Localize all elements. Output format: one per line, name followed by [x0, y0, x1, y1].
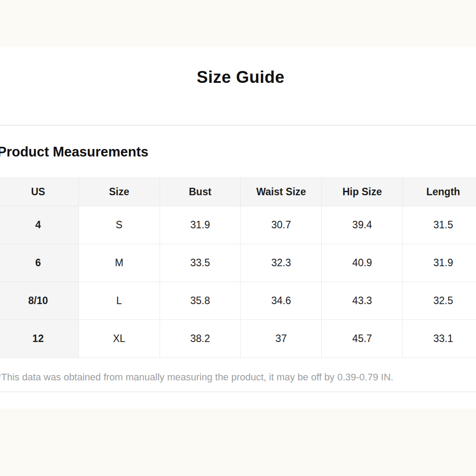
table-body: 4S31.930.739.431.56M33.532.340.931.98/10… [0, 206, 476, 358]
table-cell: 32.3 [241, 244, 322, 282]
table-cell: S [78, 206, 160, 244]
table-header: USSizeBustWaist SizeHip SizeLength [0, 178, 476, 206]
table-cell: M [78, 244, 160, 282]
table-row: 8/10L35.834.643.332.5 [0, 282, 476, 320]
section-heading: Product Measurements [0, 143, 476, 161]
divider-bottom [0, 391, 476, 392]
table-cell: 38.2 [160, 320, 241, 358]
divider-top [0, 125, 476, 126]
size-guide-panel: Size Guide Product Measurements USSizeBu… [0, 47, 476, 392]
table-cell: 31.9 [403, 244, 476, 282]
column-header: Waist Size [241, 178, 322, 206]
row-header-cell: 6 [0, 244, 78, 282]
table-cell: 37 [241, 320, 322, 358]
table-cell: L [78, 282, 160, 320]
table-cell: 33.1 [403, 320, 476, 358]
header-row: USSizeBustWaist SizeHip SizeLength [0, 178, 476, 206]
column-header: Length [403, 178, 476, 206]
table-cell: 45.7 [322, 320, 403, 358]
column-header: Bust [160, 178, 241, 206]
page-title: Size Guide [0, 47, 476, 87]
row-header-cell: 12 [0, 320, 78, 358]
column-header: US [0, 178, 78, 206]
bottom-background-band [0, 409, 476, 476]
footnote: *This data was obtained from manually me… [0, 371, 476, 383]
table-cell: 30.7 [241, 206, 322, 244]
table-row: 12XL38.23745.733.1 [0, 320, 476, 358]
table-cell: 32.5 [403, 282, 476, 320]
column-header: Hip Size [322, 178, 403, 206]
table-cell: 31.9 [160, 206, 241, 244]
measurements-table: USSizeBustWaist SizeHip SizeLength 4S31.… [0, 178, 476, 358]
table-cell: 31.5 [403, 206, 476, 244]
table-row: 6M33.532.340.931.9 [0, 244, 476, 282]
table-cell: 34.6 [241, 282, 322, 320]
table-cell: XL [78, 320, 160, 358]
table-row: 4S31.930.739.431.5 [0, 206, 476, 244]
table-cell: 33.5 [160, 244, 241, 282]
table-cell: 40.9 [322, 244, 403, 282]
row-header-cell: 8/10 [0, 282, 78, 320]
row-header-cell: 4 [0, 206, 78, 244]
table-cell: 35.8 [160, 282, 241, 320]
table-cell: 39.4 [322, 206, 403, 244]
top-background-band [0, 0, 476, 47]
column-header: Size [78, 178, 160, 206]
table-cell: 43.3 [322, 282, 403, 320]
